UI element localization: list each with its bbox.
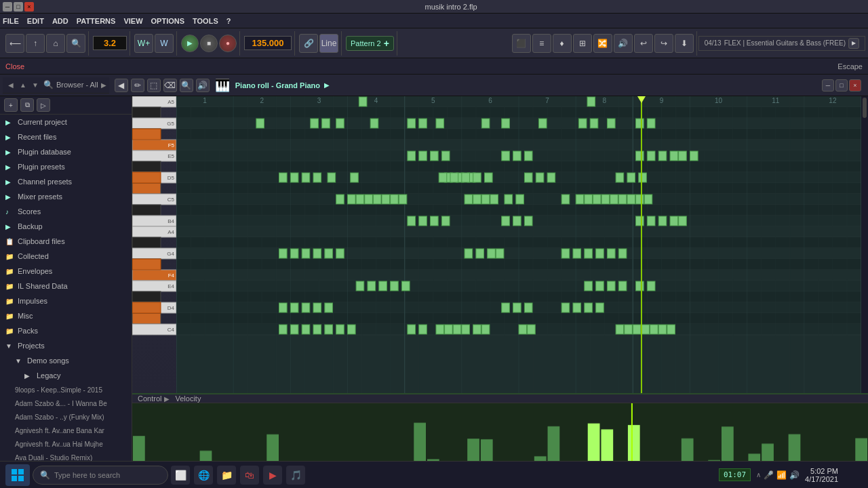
browser-search-icon: 🔍 xyxy=(43,80,54,89)
plugin-nav-right[interactable]: ▶ xyxy=(848,38,859,49)
mixer-btn[interactable]: W+ xyxy=(134,34,153,53)
pr-select[interactable]: ⬚ xyxy=(147,79,161,92)
search-button[interactable]: 🔍 xyxy=(66,34,85,53)
up-button[interactable]: ↑ xyxy=(26,34,45,53)
back-button[interactable]: ⟵ xyxy=(5,34,24,53)
mixer-icon1[interactable]: ⬛ xyxy=(512,34,531,53)
mixer-icon4[interactable]: ⊞ xyxy=(573,34,592,53)
note-grid-canvas[interactable] xyxy=(176,96,861,393)
mixer-icon7[interactable]: ↩ xyxy=(634,34,653,53)
sidebar-file-5[interactable]: Ava Duali - Studio Remix) xyxy=(0,451,132,461)
tray-arrow[interactable]: ∧ xyxy=(756,471,761,479)
menu-help[interactable]: ? xyxy=(226,17,231,25)
sidebar-item-plugin-database[interactable]: ▶ Plugin database xyxy=(0,144,132,159)
mixer-icon5[interactable]: 🔀 xyxy=(593,34,612,53)
mixer-icon8[interactable]: ↪ xyxy=(654,34,673,53)
tempo-value[interactable]: 135.000 xyxy=(244,36,292,50)
mic-icon[interactable]: 🎤 xyxy=(764,470,774,480)
velocity-canvas[interactable] xyxy=(132,403,868,461)
menu-patterns[interactable]: PATTERNS xyxy=(77,17,116,25)
note-grid[interactable] xyxy=(176,96,861,393)
browser-back[interactable]: ◀ xyxy=(5,79,16,90)
pr-erase[interactable]: ⌫ xyxy=(163,79,177,92)
window-controls[interactable]: ─ □ × xyxy=(3,2,34,12)
pattern-add[interactable]: + xyxy=(384,38,389,49)
sidebar-item-collected[interactable]: 📁 Collected xyxy=(0,249,132,264)
close-window-button[interactable]: × xyxy=(24,2,34,12)
volume-icon[interactable]: 🔊 xyxy=(789,470,800,480)
edge-icon[interactable]: 🌐 xyxy=(194,466,213,485)
pr-minimize[interactable]: ─ xyxy=(822,79,834,92)
scrollbar-thumb[interactable] xyxy=(863,98,867,118)
close-action[interactable]: Close xyxy=(5,62,24,70)
play-button[interactable]: ▶ xyxy=(181,35,199,52)
menu-file[interactable]: FILE xyxy=(3,17,19,25)
escape-action[interactable]: Escape xyxy=(837,62,863,70)
pr-close[interactable]: × xyxy=(849,79,861,92)
pr-volume[interactable]: 🔊 xyxy=(196,79,210,92)
explorer-icon[interactable]: 📁 xyxy=(217,466,236,485)
sidebar-file-4[interactable]: Agnivesh ft. Av..ua Hai Mujhe xyxy=(0,437,132,451)
minimize-button[interactable]: ─ xyxy=(3,2,12,12)
sidebar-arrow[interactable]: ▷ xyxy=(37,98,50,112)
menu-add[interactable]: ADD xyxy=(52,17,68,25)
sidebar-item-plugin-presets[interactable]: ▶ Plugin presets xyxy=(0,159,132,174)
sidebar-item-backup[interactable]: ▶ Backup xyxy=(0,219,132,234)
sidebar-item-packs[interactable]: 📁 Packs xyxy=(0,323,132,338)
sidebar-item-mixer-presets[interactable]: ▶ Mixer presets xyxy=(0,189,132,204)
menu-tools[interactable]: TOOLS xyxy=(193,17,218,25)
piano-keys-canvas[interactable] xyxy=(132,96,176,393)
stop-button[interactable]: ■ xyxy=(200,35,218,52)
sidebar-item-recent-files[interactable]: ▶ Recent files xyxy=(0,129,132,144)
browser-down[interactable]: ▼ xyxy=(30,79,41,90)
fl-icon[interactable]: 🎵 xyxy=(286,466,305,485)
line-mode-btn[interactable]: Line xyxy=(319,34,338,53)
home-button[interactable]: ⌂ xyxy=(46,34,65,53)
taskbar-search[interactable]: 🔍 Type here to search xyxy=(33,466,168,485)
menu-edit[interactable]: EDIT xyxy=(27,17,44,25)
sidebar-item-envelopes[interactable]: 📁 Envelopes xyxy=(0,264,132,279)
sidebar-file-1[interactable]: Adam Szabo &... - I Wanna Be xyxy=(0,396,132,410)
pr-draw[interactable]: ✏ xyxy=(131,79,144,92)
sidebar-label: Packs xyxy=(18,327,38,335)
sidebar-file-2[interactable]: Adam Szabo - ..y (Funky Mix) xyxy=(0,410,132,424)
sidebar-item-impulses[interactable]: 📁 Impulses xyxy=(0,293,132,308)
pr-zoom[interactable]: 🔍 xyxy=(180,79,193,92)
menu-view[interactable]: VIEW xyxy=(123,17,142,25)
sidebar-item-channel-presets[interactable]: ▶ Channel presets xyxy=(0,174,132,189)
sidebar-item-legacy[interactable]: ▶ Legacy xyxy=(0,368,132,383)
mixer-icon9[interactable]: ⬇ xyxy=(675,34,694,53)
vertical-scrollbar[interactable] xyxy=(861,96,868,393)
mixer-icon3[interactable]: ♦ xyxy=(553,34,572,53)
mixer-icon6[interactable]: 🔊 xyxy=(614,34,633,53)
sidebar-item-clipboard-files[interactable]: 📋 Clipboard files xyxy=(0,234,132,249)
sidebar-new[interactable]: + xyxy=(4,98,18,112)
sidebar-item-scores[interactable]: ♪ Scores xyxy=(0,204,132,219)
mixer-icon2[interactable]: ≡ xyxy=(532,34,551,53)
sidebar-file-3[interactable]: Agnivesh ft. Av..ane Bana Kar xyxy=(0,424,132,437)
pr-maximize[interactable]: □ xyxy=(835,79,848,92)
sidebar-item-projects[interactable]: ▼ Projects xyxy=(0,338,132,353)
browser-up[interactable]: ▲ xyxy=(18,79,28,90)
sidebar-item-il-shared-data[interactable]: 📁 IL Shared Data xyxy=(0,279,132,293)
record-button[interactable]: ● xyxy=(219,35,237,52)
pr-back[interactable]: ◀ xyxy=(115,79,128,92)
sidebar-copy[interactable]: ⧉ xyxy=(20,98,34,112)
sidebar-item-demo-songs[interactable]: ▼ Demo songs xyxy=(0,353,132,368)
show-desktop[interactable] xyxy=(844,466,863,485)
task-view-icon[interactable]: ⬜ xyxy=(171,466,190,485)
menu-options[interactable]: OPTIONS xyxy=(151,17,185,25)
sidebar-file-0[interactable]: 9loops - Keep..Simple - 2015 xyxy=(0,383,132,396)
pr-arrow: ▶ xyxy=(324,81,330,89)
sidebar-item-current-project[interactable]: ▶ Current project xyxy=(0,115,132,129)
link-btn[interactable]: 🔗 xyxy=(299,34,318,53)
channel-btn[interactable]: W xyxy=(155,34,174,53)
store-icon[interactable]: 🛍 xyxy=(240,466,259,485)
clock[interactable]: 5:02 PM 4/17/2021 xyxy=(805,467,838,483)
maximize-button[interactable]: □ xyxy=(14,2,23,12)
network-icon[interactable]: 📶 xyxy=(776,470,787,480)
sidebar-item-misc[interactable]: 📁 Misc xyxy=(0,308,132,323)
start-button[interactable] xyxy=(5,464,30,486)
media-icon[interactable]: ▶ xyxy=(263,466,282,485)
pattern-display[interactable]: Pattern 2 + xyxy=(346,36,394,51)
